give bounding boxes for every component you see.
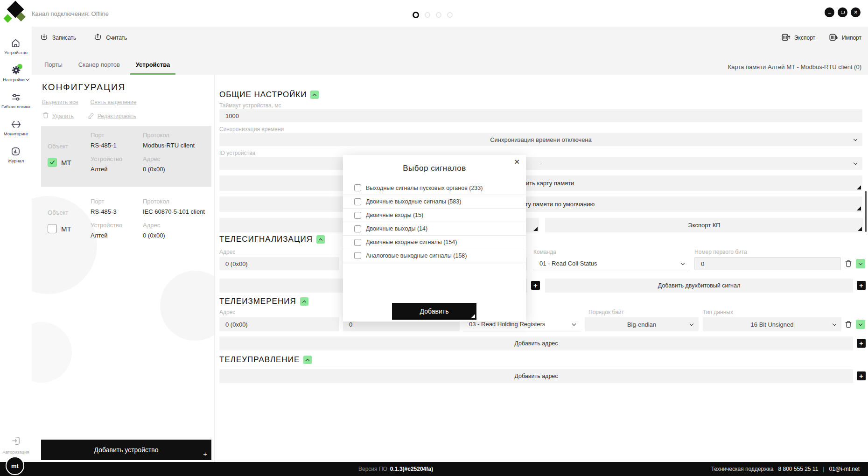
sidebar-item-device[interactable]: Устройство xyxy=(4,38,28,55)
telemetry-heading: ТЕЛЕИЗМЕРЕНИЯ xyxy=(219,297,308,306)
delete-button[interactable]: Удалить xyxy=(42,112,74,120)
signal-checkbox[interactable] xyxy=(354,212,361,219)
plus-button[interactable]: + xyxy=(857,371,866,380)
home-icon xyxy=(10,38,21,49)
separator: | xyxy=(823,466,824,472)
deselect-all-link[interactable]: Снять выделение xyxy=(91,99,137,105)
sidebar-item-monitoring[interactable]: Мониторинг xyxy=(4,119,28,136)
tm-address-input[interactable]: 0 (0x00) xyxy=(219,317,339,331)
device-checkbox[interactable] xyxy=(48,158,57,167)
telecontrol-heading: ТЕЛЕУПРАВЛЕНИЕ xyxy=(219,355,312,364)
timeout-input[interactable]: 1000 xyxy=(219,109,862,122)
signal-checkbox[interactable] xyxy=(354,239,361,246)
list-item[interactable]: Двоичные входные сигналы (154) xyxy=(343,235,526,249)
protocol-label: Протокол xyxy=(143,132,208,139)
sidebar-item-label: Мониторинг xyxy=(4,131,28,136)
ts-expand-row-button[interactable] xyxy=(856,259,865,268)
tm-data-type-select[interactable]: 16 Bit Unsigned xyxy=(703,317,841,331)
address-value: 0 (0x00) xyxy=(143,232,208,239)
device-card[interactable]: Объект МТ Порт RS-485-1 Устройство Алтей xyxy=(41,126,211,187)
collapse-telemetry-button[interactable] xyxy=(300,297,308,306)
collapse-telecontrol-button[interactable] xyxy=(303,356,312,364)
tab-port-scanner[interactable]: Сканер портов xyxy=(73,61,126,75)
list-item[interactable]: Выходные сигналы пусковых органов (233) xyxy=(343,181,526,195)
add-device-button[interactable]: Добавить устройство + xyxy=(41,440,211,460)
version-value: 0.1.3(#c25204fa) xyxy=(390,466,433,472)
device-id-label: ID устройства xyxy=(219,150,255,156)
page-dot-3[interactable] xyxy=(436,12,441,18)
tm-add-address-button[interactable]: Добавить адрес xyxy=(219,336,853,350)
decor-circle xyxy=(32,322,72,383)
device-checkbox[interactable] xyxy=(48,224,57,233)
ts-first-bit-label: Номер первого бита xyxy=(694,249,747,255)
monitor-frame-icon xyxy=(11,119,21,130)
tab-devices[interactable]: Устройства xyxy=(130,61,175,75)
tm-delete-row-button[interactable] xyxy=(844,320,853,329)
export-button[interactable]: Экспорт xyxy=(781,32,815,44)
sidebar-item-authorization[interactable]: Авторизация xyxy=(0,435,32,455)
ts-command-select[interactable]: 01 - Read Coil Status xyxy=(533,257,690,270)
signal-label: Двоичные выходные сигналы (583) xyxy=(366,198,461,205)
list-item[interactable]: Двоичные входы (15) xyxy=(343,208,526,222)
ts-first-bit-input[interactable]: 0 xyxy=(694,257,841,270)
chevron-down-icon xyxy=(854,137,857,141)
export-kp-button[interactable]: Экспорт КП xyxy=(545,218,863,232)
plus-button[interactable]: + xyxy=(857,281,866,290)
ts-add-twobit-button[interactable]: Добавить двухбитовый сигнал xyxy=(545,279,853,293)
edit-button[interactable]: Редактировать xyxy=(88,112,136,120)
device-value: Алтей xyxy=(91,232,143,239)
sidebar-item-journal[interactable]: Журнал xyxy=(8,146,24,163)
sliders-icon xyxy=(11,92,21,103)
collapse-general-button[interactable] xyxy=(310,91,319,99)
signal-checkbox[interactable] xyxy=(354,252,361,259)
support-email: 01@i-mt.net xyxy=(829,466,860,472)
login-icon xyxy=(11,435,21,448)
write-label: Записать xyxy=(52,35,76,41)
plus-button[interactable]: + xyxy=(531,281,540,290)
signal-checkbox[interactable] xyxy=(354,198,361,205)
time-sync-select[interactable]: Синхронизация времени отключена xyxy=(219,133,862,146)
close-button[interactable]: ✕ xyxy=(851,7,861,17)
configuration-panel: КОНФИГУРАЦИЯ Выделить все Снять выделени… xyxy=(32,75,215,462)
close-icon[interactable]: ✕ xyxy=(514,158,520,166)
protocol-label: Протокол xyxy=(143,198,208,205)
pencil-icon xyxy=(88,112,95,120)
chevron-down-icon xyxy=(690,322,693,326)
sidebar-item-settings[interactable]: Настройки xyxy=(3,65,29,82)
import-button[interactable]: Импорт xyxy=(828,32,861,44)
write-button[interactable]: Записать xyxy=(39,32,76,43)
bar-chart-icon xyxy=(10,146,21,157)
list-item[interactable]: Аналоговые выходные сигналы (158) xyxy=(343,249,526,262)
signal-checkbox[interactable] xyxy=(354,184,361,191)
list-item[interactable]: Двоичные выходные сигналы (583) xyxy=(343,195,526,208)
read-button[interactable]: Считать xyxy=(93,32,127,43)
chevron-up-icon xyxy=(319,238,322,242)
device-id-select[interactable]: - xyxy=(219,157,862,170)
ts-delete-row-button[interactable] xyxy=(844,259,853,268)
tm-expand-row-button[interactable] xyxy=(856,320,865,329)
page-dot-1[interactable] xyxy=(413,12,419,18)
minimize-button[interactable]: – xyxy=(825,7,834,17)
page-dot-4[interactable] xyxy=(447,12,453,18)
tc-add-address-button[interactable]: Добавить адрес xyxy=(219,369,853,383)
collapse-telesignaling-button[interactable] xyxy=(316,235,325,244)
tm-byte-order-select[interactable]: Big-endian xyxy=(585,317,699,331)
chevron-down-icon xyxy=(572,322,576,325)
list-item[interactable]: Двоичные выходы (14) xyxy=(343,222,526,235)
sidebar-item-flex-logic[interactable]: Гибкая логика xyxy=(1,92,30,109)
page-dot-2[interactable] xyxy=(425,12,430,18)
signal-checkbox[interactable] xyxy=(354,225,361,232)
signal-label: Двоичные выходы (14) xyxy=(366,225,427,232)
select-all-link[interactable]: Выделить все xyxy=(42,99,78,105)
scrollbar-thumb[interactable] xyxy=(865,191,867,232)
plus-button[interactable]: + xyxy=(857,339,866,348)
maximize-button[interactable] xyxy=(838,7,847,17)
ts-address-input[interactable]: 0 (0x00) xyxy=(219,257,339,270)
tab-ports[interactable]: Порты xyxy=(39,61,68,75)
reset-memory-map-button[interactable]: Сбросить карту памяти по умолчанию xyxy=(219,196,862,212)
add-signals-button[interactable]: Добавить xyxy=(392,303,476,320)
device-card[interactable]: Объект МТ Порт RS-485-3 Устройство Алтей… xyxy=(41,192,211,253)
download-icon xyxy=(39,32,49,43)
load-memory-map-button[interactable]: Загрузить карту памяти xyxy=(219,175,862,191)
port-label: Порт xyxy=(91,198,143,205)
